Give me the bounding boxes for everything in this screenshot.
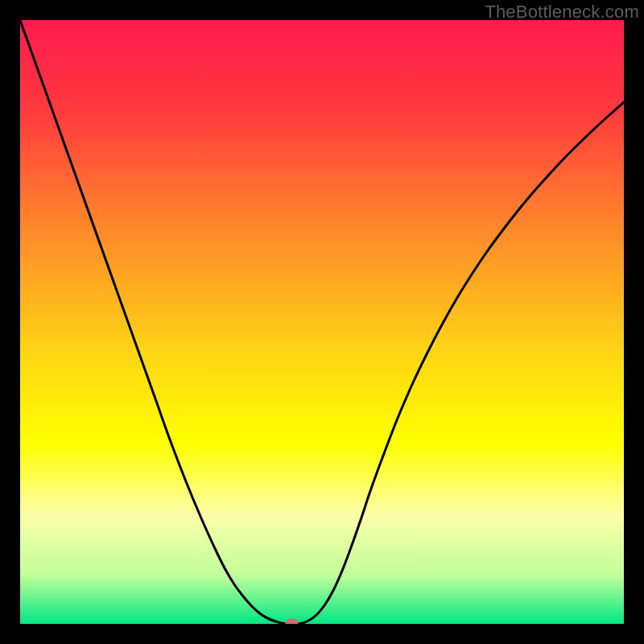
gradient-background [20, 20, 624, 624]
minimum-marker [286, 619, 299, 625]
chart-svg [20, 20, 624, 624]
marker-group [286, 619, 299, 625]
chart-frame: TheBottleneck.com [0, 0, 644, 644]
plot-area [20, 20, 624, 624]
watermark-text: TheBottleneck.com [485, 2, 639, 23]
